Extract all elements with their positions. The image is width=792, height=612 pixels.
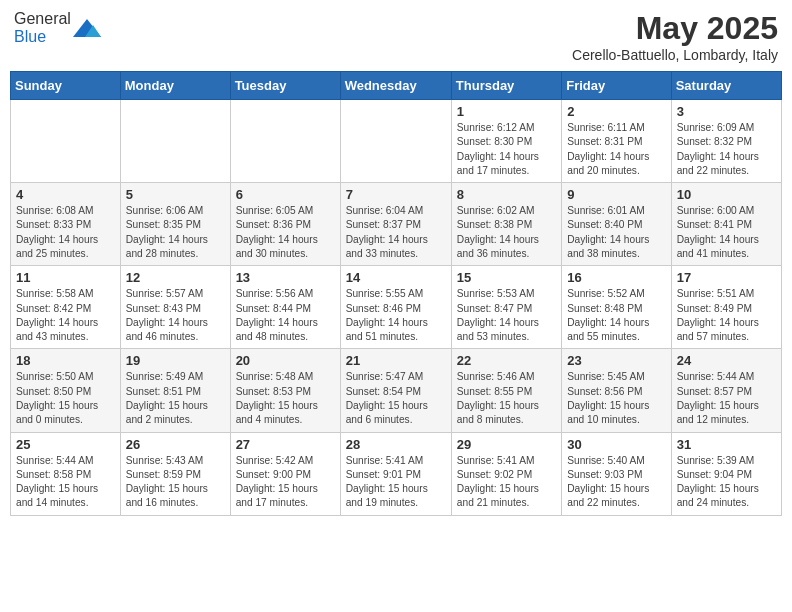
calendar-cell: 24Sunrise: 5:44 AMSunset: 8:57 PMDayligh… [671,349,781,432]
day-number: 25 [16,437,115,452]
day-number: 17 [677,270,776,285]
day-number: 21 [346,353,446,368]
calendar-cell: 25Sunrise: 5:44 AMSunset: 8:58 PMDayligh… [11,432,121,515]
day-number: 29 [457,437,556,452]
calendar-cell: 27Sunrise: 5:42 AMSunset: 9:00 PMDayligh… [230,432,340,515]
calendar-cell: 14Sunrise: 5:55 AMSunset: 8:46 PMDayligh… [340,266,451,349]
calendar-week-1: 1Sunrise: 6:12 AMSunset: 8:30 PMDaylight… [11,100,782,183]
calendar-week-4: 18Sunrise: 5:50 AMSunset: 8:50 PMDayligh… [11,349,782,432]
day-number: 2 [567,104,665,119]
month-title: May 2025 [572,10,778,47]
day-content: Sunrise: 5:48 AMSunset: 8:53 PMDaylight:… [236,370,335,427]
calendar-cell: 11Sunrise: 5:58 AMSunset: 8:42 PMDayligh… [11,266,121,349]
day-content: Sunrise: 5:47 AMSunset: 8:54 PMDaylight:… [346,370,446,427]
day-content: Sunrise: 6:11 AMSunset: 8:31 PMDaylight:… [567,121,665,178]
day-number: 27 [236,437,335,452]
calendar-cell: 2Sunrise: 6:11 AMSunset: 8:31 PMDaylight… [562,100,671,183]
calendar-cell: 31Sunrise: 5:39 AMSunset: 9:04 PMDayligh… [671,432,781,515]
calendar-cell [11,100,121,183]
day-header-friday: Friday [562,72,671,100]
calendar-cell: 10Sunrise: 6:00 AMSunset: 8:41 PMDayligh… [671,183,781,266]
day-content: Sunrise: 5:58 AMSunset: 8:42 PMDaylight:… [16,287,115,344]
logo-general-text: General [14,10,71,27]
calendar-cell: 23Sunrise: 5:45 AMSunset: 8:56 PMDayligh… [562,349,671,432]
day-header-thursday: Thursday [451,72,561,100]
day-content: Sunrise: 5:44 AMSunset: 8:58 PMDaylight:… [16,454,115,511]
day-content: Sunrise: 5:53 AMSunset: 8:47 PMDaylight:… [457,287,556,344]
calendar-cell: 5Sunrise: 6:06 AMSunset: 8:35 PMDaylight… [120,183,230,266]
calendar-week-2: 4Sunrise: 6:08 AMSunset: 8:33 PMDaylight… [11,183,782,266]
day-content: Sunrise: 6:06 AMSunset: 8:35 PMDaylight:… [126,204,225,261]
calendar-cell: 9Sunrise: 6:01 AMSunset: 8:40 PMDaylight… [562,183,671,266]
calendar-cell [230,100,340,183]
day-content: Sunrise: 6:12 AMSunset: 8:30 PMDaylight:… [457,121,556,178]
day-header-tuesday: Tuesday [230,72,340,100]
day-number: 22 [457,353,556,368]
calendar-cell: 29Sunrise: 5:41 AMSunset: 9:02 PMDayligh… [451,432,561,515]
logo-blue-text: Blue [14,28,46,45]
page-header: General Blue May 2025 Cerello-Battuello,… [10,10,782,63]
day-header-monday: Monday [120,72,230,100]
day-number: 16 [567,270,665,285]
day-number: 30 [567,437,665,452]
day-number: 26 [126,437,225,452]
day-number: 9 [567,187,665,202]
day-number: 31 [677,437,776,452]
day-number: 13 [236,270,335,285]
day-number: 8 [457,187,556,202]
day-content: Sunrise: 6:05 AMSunset: 8:36 PMDaylight:… [236,204,335,261]
day-content: Sunrise: 5:52 AMSunset: 8:48 PMDaylight:… [567,287,665,344]
day-header-sunday: Sunday [11,72,121,100]
day-content: Sunrise: 5:42 AMSunset: 9:00 PMDaylight:… [236,454,335,511]
day-number: 19 [126,353,225,368]
title-area: May 2025 Cerello-Battuello, Lombardy, It… [572,10,778,63]
day-number: 4 [16,187,115,202]
day-content: Sunrise: 6:02 AMSunset: 8:38 PMDaylight:… [457,204,556,261]
day-content: Sunrise: 5:46 AMSunset: 8:55 PMDaylight:… [457,370,556,427]
day-number: 15 [457,270,556,285]
logo: General Blue [14,10,101,46]
day-header-saturday: Saturday [671,72,781,100]
day-number: 12 [126,270,225,285]
day-content: Sunrise: 5:41 AMSunset: 9:01 PMDaylight:… [346,454,446,511]
calendar-cell: 22Sunrise: 5:46 AMSunset: 8:55 PMDayligh… [451,349,561,432]
calendar-cell: 16Sunrise: 5:52 AMSunset: 8:48 PMDayligh… [562,266,671,349]
calendar-cell: 1Sunrise: 6:12 AMSunset: 8:30 PMDaylight… [451,100,561,183]
day-content: Sunrise: 5:49 AMSunset: 8:51 PMDaylight:… [126,370,225,427]
day-number: 1 [457,104,556,119]
calendar-cell: 30Sunrise: 5:40 AMSunset: 9:03 PMDayligh… [562,432,671,515]
calendar-cell: 6Sunrise: 6:05 AMSunset: 8:36 PMDaylight… [230,183,340,266]
day-content: Sunrise: 5:44 AMSunset: 8:57 PMDaylight:… [677,370,776,427]
calendar-week-3: 11Sunrise: 5:58 AMSunset: 8:42 PMDayligh… [11,266,782,349]
day-number: 23 [567,353,665,368]
calendar-cell: 19Sunrise: 5:49 AMSunset: 8:51 PMDayligh… [120,349,230,432]
location-title: Cerello-Battuello, Lombardy, Italy [572,47,778,63]
calendar-cell: 3Sunrise: 6:09 AMSunset: 8:32 PMDaylight… [671,100,781,183]
calendar-cell: 4Sunrise: 6:08 AMSunset: 8:33 PMDaylight… [11,183,121,266]
day-number: 6 [236,187,335,202]
calendar-cell: 26Sunrise: 5:43 AMSunset: 8:59 PMDayligh… [120,432,230,515]
day-content: Sunrise: 5:39 AMSunset: 9:04 PMDaylight:… [677,454,776,511]
day-number: 20 [236,353,335,368]
calendar-cell: 8Sunrise: 6:02 AMSunset: 8:38 PMDaylight… [451,183,561,266]
logo-icon [73,17,101,39]
day-header-wednesday: Wednesday [340,72,451,100]
day-content: Sunrise: 5:55 AMSunset: 8:46 PMDaylight:… [346,287,446,344]
day-number: 11 [16,270,115,285]
day-content: Sunrise: 6:00 AMSunset: 8:41 PMDaylight:… [677,204,776,261]
calendar-cell: 28Sunrise: 5:41 AMSunset: 9:01 PMDayligh… [340,432,451,515]
day-content: Sunrise: 5:51 AMSunset: 8:49 PMDaylight:… [677,287,776,344]
day-content: Sunrise: 6:09 AMSunset: 8:32 PMDaylight:… [677,121,776,178]
day-number: 24 [677,353,776,368]
calendar-cell: 15Sunrise: 5:53 AMSunset: 8:47 PMDayligh… [451,266,561,349]
day-content: Sunrise: 6:01 AMSunset: 8:40 PMDaylight:… [567,204,665,261]
calendar-header-row: SundayMondayTuesdayWednesdayThursdayFrid… [11,72,782,100]
day-content: Sunrise: 5:43 AMSunset: 8:59 PMDaylight:… [126,454,225,511]
day-content: Sunrise: 5:56 AMSunset: 8:44 PMDaylight:… [236,287,335,344]
day-content: Sunrise: 5:57 AMSunset: 8:43 PMDaylight:… [126,287,225,344]
day-content: Sunrise: 6:08 AMSunset: 8:33 PMDaylight:… [16,204,115,261]
calendar-cell: 13Sunrise: 5:56 AMSunset: 8:44 PMDayligh… [230,266,340,349]
calendar-table: SundayMondayTuesdayWednesdayThursdayFrid… [10,71,782,516]
day-content: Sunrise: 5:50 AMSunset: 8:50 PMDaylight:… [16,370,115,427]
day-number: 14 [346,270,446,285]
